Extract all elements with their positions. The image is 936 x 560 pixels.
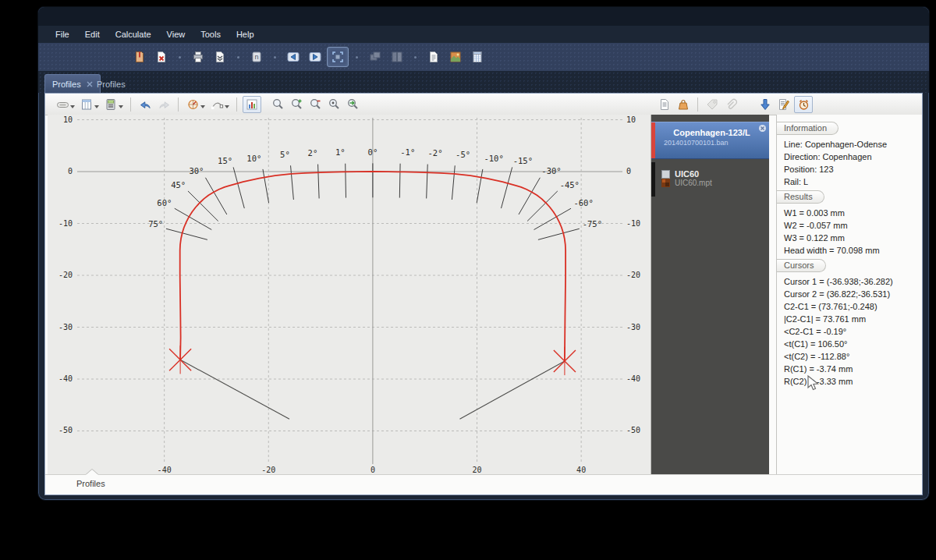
svg-text:-50: -50 <box>626 426 640 434</box>
section-header-information: Information <box>777 122 838 135</box>
chart-area[interactable]: 101000-10-10-20-20-30-30-40-40-50-50-40-… <box>48 115 651 481</box>
menu-bar: File Edit Calculate View Tools Help <box>38 26 929 43</box>
main-region: 101000-10-10-20-20-30-30-40-40-50-50-40-… <box>45 115 922 475</box>
tag-icon[interactable] <box>704 97 721 112</box>
svg-text:-10°: -10° <box>484 154 503 163</box>
svg-text:-10: -10 <box>58 219 73 228</box>
fullscreen-icon[interactable] <box>327 47 349 67</box>
spreadsheet-icon[interactable] <box>467 48 488 66</box>
list-item-title: UIC60 <box>675 169 699 179</box>
zoom-icon[interactable] <box>269 97 286 112</box>
svg-text:-40: -40 <box>626 374 640 383</box>
cursor-line: C2-C1 = (73.761;-0.248) <box>784 300 922 313</box>
list-item-uic60[interactable]: UIC60 UIC60.mpt <box>651 162 769 197</box>
print-icon[interactable] <box>188 48 208 66</box>
image-export-icon[interactable] <box>445 48 466 66</box>
series-color-marker <box>651 122 655 158</box>
svg-text:-20: -20 <box>626 271 640 279</box>
edit-notes-icon[interactable] <box>775 97 792 112</box>
zoom-selection-icon[interactable] <box>325 97 342 112</box>
list-item-copenhagen[interactable]: Copenhagen-123/L 2014010700101.ban <box>651 122 769 159</box>
svg-text:-15°: -15° <box>513 156 533 165</box>
zoom-out-icon[interactable] <box>307 97 324 112</box>
menu-help[interactable]: Help <box>229 27 262 41</box>
svg-text:-1°: -1° <box>400 147 415 157</box>
tab-label: Profiles <box>52 80 81 89</box>
toolbar-separator <box>179 56 181 58</box>
dropdown-caret-icon[interactable] <box>200 105 205 108</box>
dropdown-caret-icon[interactable] <box>225 105 229 108</box>
new-window-icon[interactable]: n <box>246 48 267 66</box>
svg-text:1°: 1° <box>335 147 346 157</box>
svg-text:10: 10 <box>626 115 636 124</box>
svg-text:-20: -20 <box>58 271 73 279</box>
svg-text:45°: 45° <box>171 180 186 190</box>
cursor-line: <t(C1) = 106.50° <box>784 338 922 350</box>
menu-tools[interactable]: Tools <box>193 27 229 41</box>
svg-text:10°: 10° <box>246 154 261 163</box>
svg-text:60°: 60° <box>157 198 172 207</box>
title-bar[interactable] <box>38 7 929 26</box>
cascade-windows-icon[interactable] <box>365 48 385 66</box>
bottom-tab-profiles[interactable]: Profiles <box>76 479 105 488</box>
attachment-icon[interactable] <box>722 97 739 112</box>
svg-text:75°: 75° <box>148 219 163 229</box>
cursor-line: <C2-C1 = -0.19° <box>784 325 922 338</box>
svg-text:20: 20 <box>472 466 481 474</box>
tab-label: Profiles <box>97 80 126 89</box>
info-panel: Information Line: Copenhagen-Odense Dire… <box>776 115 922 486</box>
app-window: File Edit Calculate View Tools Help <box>37 6 930 501</box>
report-doc-icon[interactable] <box>656 97 673 112</box>
zoom-in-icon[interactable] <box>288 97 305 112</box>
toolbar-separator <box>274 56 276 58</box>
open-file-icon[interactable] <box>129 48 150 66</box>
nav-back-icon[interactable] <box>283 48 303 66</box>
toolbar-separator <box>697 97 698 112</box>
profile-chart[interactable]: 101000-10-10-20-20-30-30-40-40-50-50-40-… <box>48 115 651 481</box>
svg-text:10: 10 <box>63 115 73 124</box>
menu-view[interactable]: View <box>159 27 193 41</box>
list-item-close-icon[interactable] <box>759 125 766 132</box>
chart-icon[interactable] <box>243 96 261 113</box>
measure-target-icon[interactable] <box>184 97 201 112</box>
menu-calculate[interactable]: Calculate <box>108 27 159 41</box>
nav-forward-icon[interactable] <box>305 48 325 66</box>
dropdown-caret-icon[interactable] <box>94 105 99 108</box>
info-line: Line: Copenhagen-Odense <box>784 138 922 151</box>
list-item-subtitle: 2014010700101.ban <box>664 139 769 147</box>
cursor-line: <t(C2) = -112.88° <box>784 350 922 363</box>
tab-profiles-inactive[interactable]: Profiles <box>90 75 133 93</box>
menu-file[interactable]: File <box>48 27 77 41</box>
svg-text:-30: -30 <box>626 323 640 331</box>
menu-edit[interactable]: Edit <box>77 27 108 41</box>
cursor-line: R(C2) = -3.33 mm <box>784 375 922 388</box>
undo-icon[interactable] <box>136 97 154 112</box>
alert-bag-icon[interactable] <box>675 97 692 112</box>
tangent-tool-icon[interactable] <box>208 97 225 112</box>
report-icon[interactable] <box>424 48 444 66</box>
zoom-fit-icon[interactable] <box>344 97 361 112</box>
svg-text:-2°: -2° <box>428 148 443 158</box>
download-icon[interactable] <box>757 97 774 112</box>
cursor-line: Cursor 2 = (36.822;-36.531) <box>784 288 922 300</box>
svg-text:-40: -40 <box>158 466 172 474</box>
close-file-icon[interactable] <box>151 48 172 66</box>
export-icon[interactable] <box>210 48 230 66</box>
svg-text:0: 0 <box>68 167 73 175</box>
svg-text:0°: 0° <box>368 147 378 157</box>
tile-windows-icon[interactable] <box>387 48 407 66</box>
dropdown-caret-icon[interactable] <box>70 105 75 108</box>
redo-icon[interactable] <box>155 97 172 112</box>
tab-bar: Profiles Profiles <box>38 71 929 93</box>
cursor-line: |C2-C1| = 73.761 mm <box>784 313 922 325</box>
content-area: 101000-10-10-20-20-30-30-40-40-50-50-40-… <box>44 93 923 495</box>
panel-expand-notch[interactable] <box>86 470 98 475</box>
table-columns-icon[interactable] <box>78 97 95 112</box>
main-toolbar: n <box>38 43 929 72</box>
dropdown-caret-icon[interactable] <box>119 105 123 108</box>
profile-display-icon[interactable] <box>54 97 71 112</box>
toolbar-separator <box>356 56 358 58</box>
calculator-icon[interactable] <box>102 97 119 112</box>
history-clock-icon[interactable] <box>794 96 813 113</box>
svg-text:-5°: -5° <box>456 150 470 159</box>
